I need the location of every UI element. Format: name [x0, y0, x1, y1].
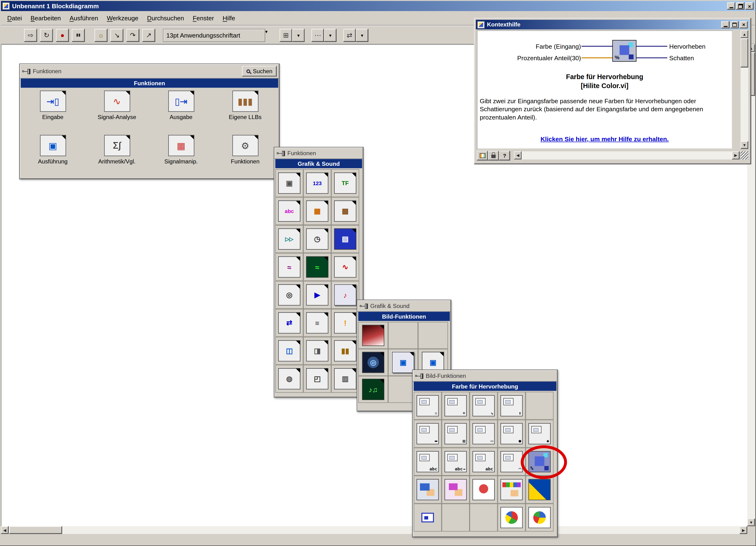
flag-image-vi[interactable] [526, 476, 553, 503]
draw-filled-text-vi[interactable]: abc [470, 448, 497, 476]
pushpin-icon[interactable] [277, 151, 285, 156]
subpalette-structures[interactable]: ▣ [275, 169, 303, 197]
subpalette-communication[interactable]: ⇄ [275, 309, 303, 337]
pushpin-icon[interactable] [22, 69, 30, 74]
main-titlebar[interactable]: Unbenannt 1 Blockdiagramm × [1, 1, 755, 11]
draw-flattened-image-vi[interactable] [442, 476, 470, 503]
subpalette-select-vi[interactable]: ◰ [303, 365, 331, 393]
subpalette-instrument-io[interactable]: ◎ [275, 281, 303, 309]
subpalette-user-libraries[interactable]: ◍ [275, 365, 303, 393]
scroll-up-button[interactable]: ▲ [741, 30, 748, 38]
subpalette-numeric[interactable]: 123 [303, 169, 331, 197]
subpalette-analysis[interactable]: ∿ [331, 253, 359, 281]
detailed-help-button[interactable]: ? [499, 151, 510, 160]
horizontal-scrollbar[interactable]: ◀ ▶ [1, 526, 747, 534]
draw-image-vi[interactable] [414, 476, 441, 503]
lock-help-button[interactable] [488, 151, 499, 160]
scroll-right-button[interactable]: ▶ [732, 151, 740, 160]
highlight-execution-button[interactable]: ☼ [95, 29, 108, 42]
search-button[interactable]: Suchen [242, 66, 277, 77]
draw-oval-vi[interactable]: ● [497, 420, 525, 447]
context-help-close-button[interactable]: × [740, 21, 748, 28]
draw-line-vi[interactable]: ↘ [470, 392, 497, 420]
draw-polygon-vi[interactable]: ◆ [526, 420, 553, 447]
funktionen-item-signal-analyse[interactable]: ∿Signal-Analyse [85, 89, 149, 133]
menu-datei[interactable]: Datei [3, 13, 26, 24]
horizontal-scroll-thumb[interactable] [9, 526, 62, 534]
distribute-objects-dropdown[interactable]: ⋯ [311, 29, 324, 42]
draw-filled-rect-vi[interactable]: ▬ [414, 420, 441, 447]
funktionen-palette-titlebar[interactable]: Funktionen Suchen [20, 64, 279, 78]
menu-ausfhren[interactable]: Ausführen [65, 13, 103, 24]
polar-plot-subpalette[interactable]: ◎ [358, 349, 388, 376]
reorder-dropdown[interactable]: ⇄ [343, 29, 356, 42]
mask-image-vi[interactable] [470, 476, 497, 503]
vertical-scroll-thumb[interactable] [741, 39, 748, 67]
subpalette-waveform[interactable]: ≈ [303, 253, 331, 281]
3d-graph-subpalette[interactable] [358, 322, 388, 349]
funktionen-item-eigene-llbs[interactable]: ▮▮▮Eigene LLBs [213, 89, 277, 133]
draw-pattern-rect-vi[interactable]: ▨ [442, 420, 470, 447]
run-continuous-button[interactable]: ↻ [40, 29, 53, 42]
font-selector[interactable]: 13pt Anwendungsschriftart ▾ [163, 29, 273, 42]
scroll-left-button[interactable]: ◀ [1, 526, 9, 534]
step-out-button[interactable]: ↗ [142, 29, 155, 42]
pushpin-icon[interactable] [415, 373, 423, 378]
draw-text-vi[interactable]: abc [414, 448, 441, 476]
subpalette-dialog[interactable]: ! [331, 309, 359, 337]
hilite-color-vi[interactable]: % [526, 448, 553, 476]
resize-grip[interactable] [741, 151, 748, 160]
align-objects-dropdown[interactable]: ⊞▾ [280, 29, 305, 42]
subpalette-array[interactable]: ▦ [303, 197, 331, 225]
grafik-parent-titlebar[interactable]: Funktionen [274, 147, 363, 159]
draw-multiline-vi[interactable]: ↕ [497, 392, 525, 420]
align-objects-dropdown[interactable]: ⊞ [280, 29, 292, 42]
scroll-right-button[interactable]: ▶ [740, 526, 747, 534]
subpalette-comparison[interactable]: ▷▷ [275, 225, 303, 253]
subpalette-app-control[interactable]: ◫ [275, 337, 303, 365]
subpalette-decorations[interactable]: ◨ [303, 337, 331, 365]
scroll-down-button[interactable]: ▼ [741, 141, 748, 149]
scroll-left-button[interactable]: ◀ [514, 151, 522, 160]
minimize-button[interactable] [727, 2, 735, 10]
context-help-minimize-button[interactable] [721, 21, 730, 28]
color-palette-vi[interactable] [497, 476, 525, 503]
more-help-link[interactable]: Klicken Sie hier, um mehr Hilfe zu erhal… [477, 135, 732, 143]
align-objects-dropdown-arrow[interactable]: ▾ [292, 29, 305, 42]
reorder-dropdown-arrow[interactable]: ▾ [356, 29, 368, 42]
farbe-palette-titlebar[interactable]: Bild-Funktionen [413, 370, 557, 382]
reorder-dropdown[interactable]: ⇄▾ [343, 29, 368, 42]
subpalette-graphics-sound[interactable]: ♪ [331, 281, 359, 309]
subpalette-file-io[interactable]: ▤ [331, 225, 359, 253]
pie-chart-legend-vi[interactable] [526, 503, 553, 531]
subpalette-daq[interactable]: ≈ [275, 253, 303, 281]
show-terminals-button[interactable] [477, 151, 488, 160]
context-help-titlebar[interactable]: Kontexthilfe × [476, 20, 749, 30]
pause-button[interactable]: ▮▮ [72, 29, 85, 42]
sound-subpalette[interactable]: ♪♫ [358, 376, 388, 403]
move-pen-vi[interactable]: + [442, 392, 470, 420]
font-selector-arrow[interactable]: ▾ [265, 29, 273, 42]
funktionen-item-funktionen[interactable]: ⚙Funktionen [213, 133, 277, 177]
menu-fenster[interactable]: Fenster [188, 13, 218, 24]
context-help-maximize-button[interactable] [730, 21, 739, 28]
subpalette-time-dialog[interactable]: ◷ [303, 225, 331, 253]
font-selector-value[interactable]: 13pt Anwendungsschriftart [163, 29, 265, 42]
subpalette-boolean[interactable]: TF [331, 169, 359, 197]
menu-hilfe[interactable]: Hilfe [218, 13, 240, 24]
distribute-objects-dropdown-arrow[interactable]: ▾ [324, 29, 337, 42]
pushpin-icon[interactable] [360, 303, 368, 309]
step-over-button[interactable]: ↷ [126, 29, 139, 42]
context-help-horizontal-scrollbar[interactable]: ◀ ▶ [514, 151, 740, 160]
step-into-button[interactable]: ↘ [110, 29, 123, 42]
run-button[interactable]: ⇨ [24, 29, 37, 42]
empty-picture-constant[interactable] [414, 503, 441, 531]
subpalette-report-generation[interactable]: ≡ [303, 309, 331, 337]
restore-button[interactable] [736, 2, 744, 10]
menu-werkzeuge[interactable]: Werkzeuge [103, 13, 143, 24]
funktionen-item-arithmetik[interactable]: Σ∫Arithmetik/Vgl. [85, 133, 149, 177]
subpalette-libraries[interactable]: ▮▮ [331, 337, 359, 365]
draw-round-rect-vi[interactable]: ▭ [470, 420, 497, 447]
funktionen-item-ausgabe[interactable]: ▯⇥Ausgabe [149, 89, 213, 133]
close-button[interactable]: × [745, 2, 754, 10]
